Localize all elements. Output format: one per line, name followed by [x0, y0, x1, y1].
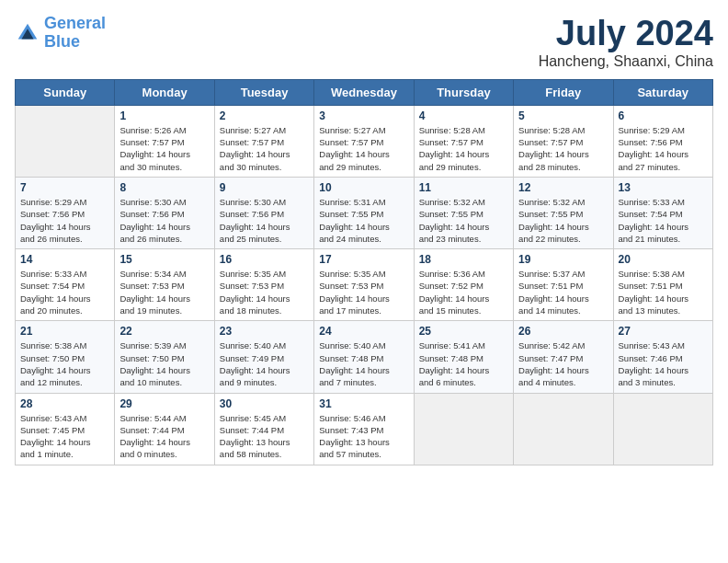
day-cell: 11Sunrise: 5:32 AM Sunset: 7:55 PM Dayli… [414, 177, 513, 248]
day-info: Sunrise: 5:42 AM Sunset: 7:47 PM Dayligh… [518, 339, 608, 388]
day-number: 29 [119, 397, 209, 410]
day-number: 31 [319, 397, 408, 410]
day-number: 8 [119, 181, 209, 194]
day-cell: 22Sunrise: 5:39 AM Sunset: 7:50 PM Dayli… [115, 321, 214, 393]
day-number: 15 [119, 253, 209, 266]
weekday-friday: Friday [514, 79, 613, 105]
day-number: 22 [119, 325, 209, 338]
day-info: Sunrise: 5:32 AM Sunset: 7:55 PM Dayligh… [419, 196, 508, 245]
day-number: 14 [20, 253, 109, 266]
weekday-thursday: Thursday [414, 79, 513, 105]
day-number: 1 [119, 109, 209, 122]
day-cell [613, 393, 712, 465]
month-year-title: July 2024 [539, 15, 713, 53]
title-area: July 2024 Hancheng, Shaanxi, China [539, 15, 713, 70]
week-row-1: 1Sunrise: 5:26 AM Sunset: 7:57 PM Daylig… [16, 105, 713, 177]
day-cell: 1Sunrise: 5:26 AM Sunset: 7:57 PM Daylig… [115, 105, 214, 177]
day-cell: 19Sunrise: 5:37 AM Sunset: 7:51 PM Dayli… [514, 249, 613, 321]
day-number: 18 [419, 253, 508, 266]
day-info: Sunrise: 5:40 AM Sunset: 7:49 PM Dayligh… [220, 339, 309, 388]
day-cell: 23Sunrise: 5:40 AM Sunset: 7:49 PM Dayli… [214, 321, 313, 393]
day-info: Sunrise: 5:31 AM Sunset: 7:55 PM Dayligh… [319, 196, 408, 245]
day-info: Sunrise: 5:46 AM Sunset: 7:43 PM Dayligh… [319, 412, 408, 461]
location-subtitle: Hancheng, Shaanxi, China [539, 53, 713, 70]
logo: General Blue [15, 15, 106, 52]
day-cell: 25Sunrise: 5:41 AM Sunset: 7:48 PM Dayli… [414, 321, 513, 393]
logo-icon [15, 20, 40, 46]
day-number: 3 [319, 109, 408, 122]
day-number: 9 [220, 181, 309, 194]
day-info: Sunrise: 5:38 AM Sunset: 7:50 PM Dayligh… [20, 339, 109, 388]
day-info: Sunrise: 5:28 AM Sunset: 7:57 PM Dayligh… [518, 124, 608, 173]
day-info: Sunrise: 5:38 AM Sunset: 7:51 PM Dayligh… [619, 268, 708, 316]
day-cell: 31Sunrise: 5:46 AM Sunset: 7:43 PM Dayli… [314, 393, 414, 465]
day-cell: 14Sunrise: 5:33 AM Sunset: 7:54 PM Dayli… [16, 249, 115, 321]
day-info: Sunrise: 5:41 AM Sunset: 7:48 PM Dayligh… [419, 339, 508, 388]
day-number: 13 [619, 181, 708, 194]
day-info: Sunrise: 5:43 AM Sunset: 7:45 PM Dayligh… [20, 412, 109, 461]
day-cell: 5Sunrise: 5:28 AM Sunset: 7:57 PM Daylig… [514, 105, 613, 177]
day-cell: 12Sunrise: 5:32 AM Sunset: 7:55 PM Dayli… [514, 177, 613, 248]
day-cell: 2Sunrise: 5:27 AM Sunset: 7:57 PM Daylig… [214, 105, 313, 177]
weekday-tuesday: Tuesday [214, 79, 313, 105]
day-info: Sunrise: 5:27 AM Sunset: 7:57 PM Dayligh… [220, 124, 309, 173]
day-cell: 21Sunrise: 5:38 AM Sunset: 7:50 PM Dayli… [16, 321, 115, 393]
day-info: Sunrise: 5:30 AM Sunset: 7:56 PM Dayligh… [119, 196, 209, 245]
day-info: Sunrise: 5:28 AM Sunset: 7:57 PM Dayligh… [419, 124, 508, 173]
day-info: Sunrise: 5:29 AM Sunset: 7:56 PM Dayligh… [619, 124, 708, 173]
day-cell: 30Sunrise: 5:45 AM Sunset: 7:44 PM Dayli… [214, 393, 313, 465]
calendar-body: 1Sunrise: 5:26 AM Sunset: 7:57 PM Daylig… [16, 105, 713, 465]
day-info: Sunrise: 5:35 AM Sunset: 7:53 PM Dayligh… [220, 268, 309, 316]
day-cell: 28Sunrise: 5:43 AM Sunset: 7:45 PM Dayli… [16, 393, 115, 465]
day-number: 10 [319, 181, 408, 194]
day-cell: 8Sunrise: 5:30 AM Sunset: 7:56 PM Daylig… [115, 177, 214, 248]
day-cell [414, 393, 513, 465]
day-number: 24 [319, 325, 408, 338]
day-cell: 15Sunrise: 5:34 AM Sunset: 7:53 PM Dayli… [115, 249, 214, 321]
week-row-5: 28Sunrise: 5:43 AM Sunset: 7:45 PM Dayli… [16, 393, 713, 465]
day-cell: 3Sunrise: 5:27 AM Sunset: 7:57 PM Daylig… [314, 105, 414, 177]
day-info: Sunrise: 5:34 AM Sunset: 7:53 PM Dayligh… [119, 268, 209, 316]
day-info: Sunrise: 5:26 AM Sunset: 7:57 PM Dayligh… [119, 124, 209, 173]
day-number: 28 [20, 397, 109, 410]
weekday-sunday: Sunday [16, 79, 115, 105]
day-number: 27 [619, 325, 708, 338]
day-number: 26 [518, 325, 608, 338]
day-info: Sunrise: 5:33 AM Sunset: 7:54 PM Dayligh… [20, 268, 109, 316]
weekday-wednesday: Wednesday [314, 79, 414, 105]
day-info: Sunrise: 5:43 AM Sunset: 7:46 PM Dayligh… [619, 339, 708, 388]
day-number: 6 [619, 109, 708, 122]
week-row-4: 21Sunrise: 5:38 AM Sunset: 7:50 PM Dayli… [16, 321, 713, 393]
day-info: Sunrise: 5:37 AM Sunset: 7:51 PM Dayligh… [518, 268, 608, 316]
day-number: 23 [220, 325, 309, 338]
logo-text: General Blue [44, 15, 106, 52]
day-number: 11 [419, 181, 508, 194]
day-cell: 7Sunrise: 5:29 AM Sunset: 7:56 PM Daylig… [16, 177, 115, 248]
day-number: 17 [319, 253, 408, 266]
day-number: 12 [518, 181, 608, 194]
calendar-table: SundayMondayTuesdayWednesdayThursdayFrid… [15, 79, 713, 465]
day-cell: 26Sunrise: 5:42 AM Sunset: 7:47 PM Dayli… [514, 321, 613, 393]
day-info: Sunrise: 5:45 AM Sunset: 7:44 PM Dayligh… [220, 412, 309, 461]
week-row-2: 7Sunrise: 5:29 AM Sunset: 7:56 PM Daylig… [16, 177, 713, 248]
day-cell: 4Sunrise: 5:28 AM Sunset: 7:57 PM Daylig… [414, 105, 513, 177]
day-cell: 27Sunrise: 5:43 AM Sunset: 7:46 PM Dayli… [613, 321, 712, 393]
weekday-monday: Monday [115, 79, 214, 105]
day-number: 16 [220, 253, 309, 266]
day-number: 21 [20, 325, 109, 338]
day-cell: 6Sunrise: 5:29 AM Sunset: 7:56 PM Daylig… [613, 105, 712, 177]
page-header: General Blue July 2024 Hancheng, Shaanxi… [15, 15, 713, 70]
day-info: Sunrise: 5:39 AM Sunset: 7:50 PM Dayligh… [119, 339, 209, 388]
day-cell: 10Sunrise: 5:31 AM Sunset: 7:55 PM Dayli… [314, 177, 414, 248]
day-cell: 9Sunrise: 5:30 AM Sunset: 7:56 PM Daylig… [214, 177, 313, 248]
week-row-3: 14Sunrise: 5:33 AM Sunset: 7:54 PM Dayli… [16, 249, 713, 321]
day-number: 25 [419, 325, 508, 338]
day-cell: 29Sunrise: 5:44 AM Sunset: 7:44 PM Dayli… [115, 393, 214, 465]
day-number: 7 [20, 181, 109, 194]
day-cell: 20Sunrise: 5:38 AM Sunset: 7:51 PM Dayli… [613, 249, 712, 321]
day-cell: 13Sunrise: 5:33 AM Sunset: 7:54 PM Dayli… [613, 177, 712, 248]
day-cell: 17Sunrise: 5:35 AM Sunset: 7:53 PM Dayli… [314, 249, 414, 321]
day-cell: 18Sunrise: 5:36 AM Sunset: 7:52 PM Dayli… [414, 249, 513, 321]
day-number: 5 [518, 109, 608, 122]
day-cell [514, 393, 613, 465]
